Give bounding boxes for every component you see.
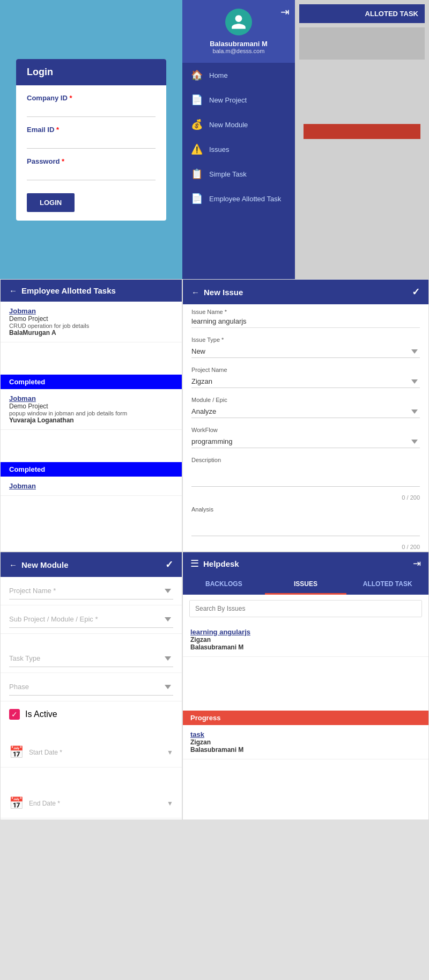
analysis-char-count: 0 / 200 — [183, 543, 428, 551]
helpdesk-header: ☰ Helpdesk ⇥ — [183, 552, 428, 575]
emp-tasks-header: ← Employee Allotted Tasks — [1, 280, 182, 302]
tab-backlogs[interactable]: BACKLOGS — [183, 575, 265, 595]
sidebar-item-new-project[interactable]: 📄 New Project — [182, 87, 295, 112]
new-module-title: New Module — [21, 560, 69, 569]
issue-assignee-progress: Balasubramani M — [190, 746, 421, 754]
issue-name-label: Issue Name * — [191, 309, 420, 315]
issue-project-1: Zigzan — [190, 636, 421, 643]
company-id-input[interactable] — [27, 104, 156, 117]
sidebar-item-issues[interactable]: ⚠️ Issues — [182, 137, 295, 162]
issue-type-select[interactable]: New Bug Enhancement — [191, 345, 420, 358]
sidebar-content-header: ALLOTED TASK — [299, 4, 425, 23]
search-input[interactable] — [190, 601, 421, 617]
issue-project-progress: Zigzan — [190, 738, 421, 746]
issue-type-field: Issue Type * New Bug Enhancement — [183, 332, 428, 362]
sidebar-item-simple-task[interactable]: 📋 Simple Task — [182, 162, 295, 186]
back-arrow-icon[interactable]: ← — [9, 286, 17, 295]
sidebar-item-label: New Module — [209, 121, 248, 129]
password-input[interactable] — [27, 167, 156, 180]
user-icon — [230, 13, 247, 31]
task-name-2: Demo Project — [9, 403, 173, 410]
task-item-3: Jobman — [1, 477, 182, 496]
project-name-select[interactable]: Zigzan — [191, 375, 420, 388]
email-field: Email ID * — [27, 126, 156, 149]
phase-select[interactable]: Phase — [9, 678, 173, 696]
task-item-2: Jobman Demo Project popup window in jobm… — [1, 389, 182, 430]
project-name-module-field: Project Name * — [1, 577, 182, 605]
sidebar-item-emp-allotted[interactable]: 📄 Employee Allotted Task — [182, 186, 295, 211]
helpdesk-panel: ☰ Helpdesk ⇥ BACKLOGS ISSUES ALLOTED TAS… — [182, 552, 429, 820]
company-id-field: Company ID * — [27, 94, 156, 117]
sidebar-user-email: bala.m@desss.com — [191, 48, 286, 54]
is-active-checkbox[interactable]: ✓ — [9, 709, 20, 720]
task-project-2[interactable]: Jobman — [9, 394, 173, 403]
spacer2 — [1, 727, 182, 738]
analysis-field: Analysis — [183, 502, 428, 543]
sidebar-user-name: Balasubramani M — [191, 40, 286, 48]
menu-icon: ☰ — [190, 558, 199, 569]
helpdesk-title: Helpdesk — [203, 559, 239, 568]
back-arrow-icon-2[interactable]: ← — [191, 288, 199, 297]
dropdown-arrow-icon[interactable]: ▼ — [167, 749, 173, 756]
task-name: Demo Project — [9, 315, 173, 323]
login-title: Login — [27, 67, 53, 77]
login-button[interactable]: LOGIN — [27, 193, 75, 212]
password-label: Password * — [27, 157, 156, 165]
sidebar-menu: Balasubramani M bala.m@desss.com ⇥ 🏠 Hom… — [182, 0, 295, 279]
new-issue-panel: ← New Issue ✓ Issue Name * learning angu… — [182, 279, 429, 552]
dropdown-arrow-icon-2[interactable]: ▼ — [167, 800, 173, 807]
description-field: Description — [183, 452, 428, 493]
logout-icon[interactable]: ⇥ — [280, 5, 290, 18]
sub-project-select[interactable]: Sub Project / Module / Epic * — [9, 611, 173, 628]
task-spacer — [1, 342, 182, 375]
task-type-select[interactable]: Task Type — [9, 650, 173, 667]
task-desc: CRUD operation for job details — [9, 323, 173, 329]
module-label: Module / Epic — [191, 397, 420, 403]
start-date-label: Start Date * ▼ — [29, 749, 173, 756]
check-icon-2[interactable]: ✓ — [165, 559, 173, 571]
project-name-module-select[interactable]: Project Name * — [9, 582, 173, 599]
helpdesk-logout-icon[interactable]: ⇥ — [413, 558, 421, 569]
emp-tasks-panel: ← Employee Allotted Tasks Jobman Demo Pr… — [0, 279, 182, 552]
start-date-field: Start Date * ▼ — [29, 749, 173, 756]
completed-bar-2: Completed — [1, 462, 182, 477]
check-icon[interactable]: ✓ — [412, 286, 420, 298]
spacer3 — [1, 767, 182, 789]
is-active-label: Is Active — [25, 710, 57, 719]
tab-issues[interactable]: ISSUES — [265, 575, 347, 595]
task-item: Jobman Demo Project CRUD operation for j… — [1, 302, 182, 342]
workflow-select[interactable]: programming — [191, 435, 420, 448]
emp-icon: 📄 — [191, 193, 203, 204]
task-type-field: Task Type — [1, 645, 182, 673]
sidebar-item-label: Issues — [209, 145, 230, 153]
analysis-label: Analysis — [191, 506, 420, 513]
module-select[interactable]: Analyze — [191, 405, 420, 418]
is-active-row: ✓ Is Active — [1, 701, 182, 727]
module-field: Module / Epic Analyze — [183, 392, 428, 422]
task-spacer-2 — [1, 430, 182, 462]
tab-alloted-task[interactable]: ALLOTED TASK — [346, 575, 428, 595]
end-date-label: End Date * ▼ — [29, 800, 173, 807]
email-input[interactable] — [27, 136, 156, 149]
description-textarea[interactable] — [191, 465, 420, 487]
issue-title-progress[interactable]: task — [190, 730, 421, 738]
end-date-field: End Date * ▼ — [29, 800, 173, 807]
task-project[interactable]: Jobman — [9, 307, 173, 315]
company-id-label: Company ID * — [27, 94, 156, 102]
sidebar-item-new-module[interactable]: 💰 New Module — [182, 112, 295, 137]
task-assignee: BalaMurugan A — [9, 329, 173, 337]
issue-item-progress: task Zigzan Balasubramani M — [183, 725, 428, 759]
analysis-textarea[interactable] — [191, 515, 420, 536]
sidebar-item-label: New Project — [209, 96, 247, 104]
sidebar-item-home[interactable]: 🏠 Home — [182, 63, 295, 87]
back-arrow-icon-3[interactable]: ← — [9, 560, 17, 569]
task-desc-2: popup window in jobman and job details f… — [9, 410, 173, 416]
sidebar-panel: Balasubramani M bala.m@desss.com ⇥ 🏠 Hom… — [182, 0, 429, 279]
project-name-field: Project Name Zigzan — [183, 362, 428, 392]
new-issue-title: New Issue — [204, 288, 243, 297]
project-name-label: Project Name — [191, 367, 420, 373]
helpdesk-tabs: BACKLOGS ISSUES ALLOTED TASK — [183, 575, 428, 595]
workflow-label: WorkFlow — [191, 427, 420, 433]
task-project-3[interactable]: Jobman — [9, 482, 173, 490]
issue-title-1[interactable]: learning angularjs — [190, 628, 421, 636]
